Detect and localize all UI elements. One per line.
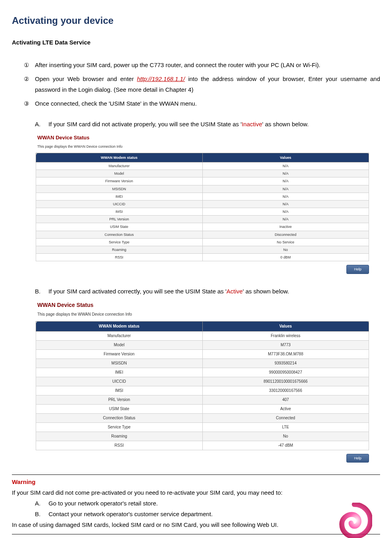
warning-item-a: A. Go to your network operator's retail …: [35, 498, 380, 509]
cell-value: Connected: [202, 413, 369, 422]
step-num: ②: [24, 73, 29, 84]
table-row: Firmware VersionM773F38.OM.M788: [36, 349, 369, 359]
cell-value: 407: [202, 395, 369, 404]
case-b-text-post: ' as shown below.: [243, 288, 289, 295]
sub-heading: Activating LTE Data Service: [12, 37, 380, 48]
cell-key: MSISDN: [36, 359, 203, 368]
th-status: WWAN Modem status: [36, 321, 203, 331]
th-values: Values: [202, 321, 369, 331]
case-b: B. If your SIM card activated correctly,…: [35, 286, 380, 297]
cell-value: -47 dBM: [202, 441, 369, 450]
table-row: PRL Version407: [36, 395, 369, 404]
cell-value: No: [202, 432, 369, 441]
cell-key: PRL Version: [36, 216, 203, 223]
warning-intro: If your SIM card did not come pre-activa…: [12, 487, 380, 498]
table-row: ModelN/A: [36, 170, 369, 177]
cell-value: M773F38.OM.M788: [202, 349, 369, 359]
cell-value: N/A: [202, 177, 369, 185]
warn-b-text: Contact your network operator's customer…: [48, 511, 213, 517]
table-row: Service TypeLTE: [36, 422, 369, 432]
cell-value: 990000950008427: [202, 368, 369, 377]
cell-key: Manufacturer: [36, 331, 203, 340]
cell-key: USIM State: [36, 404, 203, 413]
cell-value: N/A: [202, 193, 369, 200]
router-url-link[interactable]: http://192.168.1.1/: [137, 75, 185, 82]
cell-key: UICCID: [36, 200, 203, 208]
table-row: PRL VersionN/A: [36, 216, 369, 223]
table-row: Service TypeNo Service: [36, 238, 369, 246]
th-values: Values: [202, 153, 369, 162]
table-row: Connection StatusDisconnected: [36, 231, 369, 238]
case-b-text-pre: If your SIM card activated correctly, yo…: [48, 288, 227, 295]
cell-key: IMSI: [36, 208, 203, 216]
cell-key: IMEI: [36, 193, 203, 200]
cell-value: N/A: [202, 185, 369, 193]
step-text: After inserting your SIM card, power up …: [35, 62, 320, 68]
cell-value: 330120000167566: [202, 386, 369, 395]
cell-value: Franklin wireless: [202, 331, 369, 340]
cell-value: LTE: [202, 422, 369, 432]
th-status: WWAN Modem status: [36, 153, 203, 162]
status-table-active: WWAN Modem status Values ManufacturerFra…: [36, 321, 369, 450]
step-2: ② Open your Web browser and enter http:/…: [24, 73, 380, 95]
table-row: IMSIN/A: [36, 208, 369, 216]
cell-value: 9393580214: [202, 359, 369, 368]
case-b-state: Active: [227, 288, 243, 295]
cell-value: Active: [202, 404, 369, 413]
cell-key: Manufacturer: [36, 162, 203, 170]
warn-a-label: A.: [35, 498, 47, 509]
step-num: ③: [24, 98, 29, 109]
cell-value: No Service: [202, 238, 369, 246]
cell-key: Service Type: [36, 238, 203, 246]
cell-key: Model: [36, 340, 203, 349]
cell-value: N/A: [202, 162, 369, 170]
table-row: RoamingNo: [36, 432, 369, 441]
help-button[interactable]: Help: [346, 265, 369, 274]
cell-key: RSSI: [36, 254, 203, 261]
cell-value: N/A: [202, 208, 369, 216]
cell-key: Connection Status: [36, 231, 203, 238]
cell-key: Firmware Version: [36, 177, 203, 185]
table-row: UICCID89011200100001675666: [36, 377, 369, 386]
cell-value: N/A: [202, 200, 369, 208]
table-row: ManufacturerN/A: [36, 162, 369, 170]
warning-title: Warning: [12, 476, 380, 487]
step-text-pre: Open your Web browser and enter: [35, 75, 137, 82]
cell-key: IMSI: [36, 386, 203, 395]
cell-value: Disconnected: [202, 231, 369, 238]
cell-key: Model: [36, 170, 203, 177]
screenshot-inactive: WWAN Device Status This page displays th…: [36, 131, 369, 274]
cell-value: No: [202, 246, 369, 254]
table-row: IMEIN/A: [36, 193, 369, 200]
table-row: MSISDN9393580214: [36, 359, 369, 368]
cell-key: Roaming: [36, 432, 203, 441]
table-row: MSISDNN/A: [36, 185, 369, 193]
case-a-text-post: ' as shown below.: [262, 121, 309, 127]
help-button[interactable]: Help: [346, 454, 369, 463]
cell-key: Roaming: [36, 246, 203, 254]
cell-key: Connection Status: [36, 413, 203, 422]
table-row: Firmware VersionN/A: [36, 177, 369, 185]
cell-key: PRL Version: [36, 395, 203, 404]
separator: [12, 474, 380, 475]
table-row: ModelM773: [36, 340, 369, 349]
cell-value: N/A: [202, 170, 369, 177]
table-row: Connection StatusConnected: [36, 413, 369, 422]
status-table-inactive: WWAN Modem status Values ManufacturerN/A…: [36, 153, 369, 262]
cell-key: Firmware Version: [36, 349, 203, 359]
screenshot-active: WWAN Device Status This page displays th…: [36, 299, 369, 463]
case-b-label: B.: [35, 286, 47, 297]
table-row: USIM StateInactive: [36, 223, 369, 231]
ss-title: WWAN Device Status: [36, 131, 369, 142]
table-row: ManufacturerFranklin wireless: [36, 331, 369, 340]
table-row: RSSI-47 dBM: [36, 441, 369, 450]
cell-key: USIM State: [36, 223, 203, 231]
cell-value: Inactive: [202, 223, 369, 231]
table-row: IMEI990000950008427: [36, 368, 369, 377]
step-3: ③ Once connected, check the 'USIM State'…: [24, 98, 380, 109]
ss-title: WWAN Device Status: [36, 299, 369, 310]
case-a-text-pre: If your SIM card did not activate proper…: [48, 121, 242, 127]
cell-key: IMEI: [36, 368, 203, 377]
cell-value: 89011200100001675666: [202, 377, 369, 386]
step-1: ① After inserting your SIM card, power u…: [24, 60, 380, 70]
